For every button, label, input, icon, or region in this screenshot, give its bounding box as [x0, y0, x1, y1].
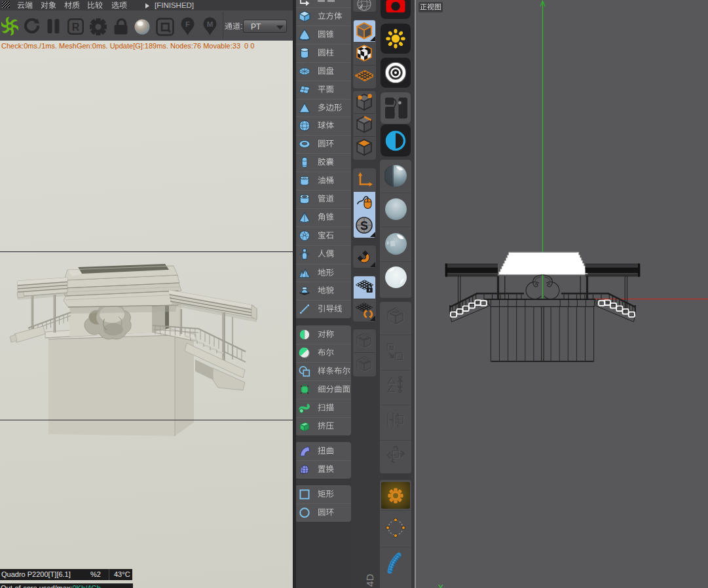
svg-text:R: R — [72, 22, 80, 33]
svg-text:M: M — [207, 20, 214, 28]
svg-text:S: S — [360, 219, 368, 232]
svg-text:F: F — [185, 20, 190, 28]
